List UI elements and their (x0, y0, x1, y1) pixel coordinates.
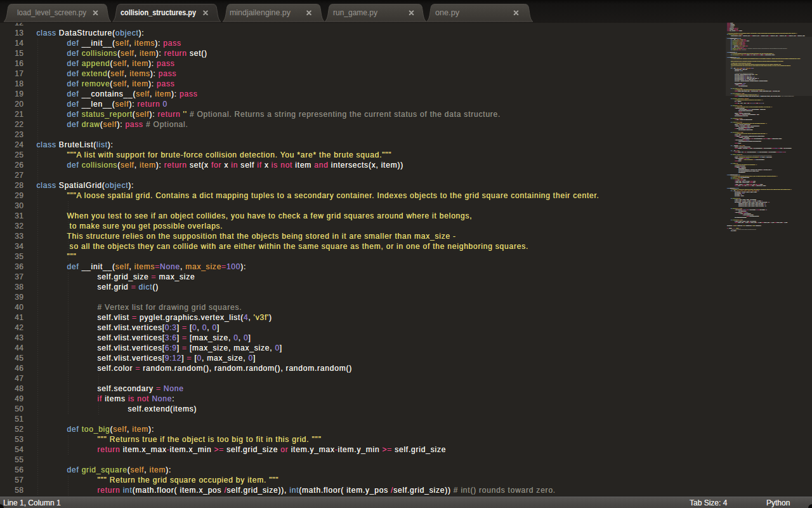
svg-text:one.py: one.py (435, 8, 459, 17)
svg-text:collision_structures.py: collision_structures.py (121, 8, 196, 17)
svg-text:mindjailengine.py: mindjailengine.py (230, 8, 291, 17)
svg-text:run_game.py: run_game.py (333, 8, 377, 17)
svg-text:load_level_screen.py: load_level_screen.py (17, 8, 86, 17)
